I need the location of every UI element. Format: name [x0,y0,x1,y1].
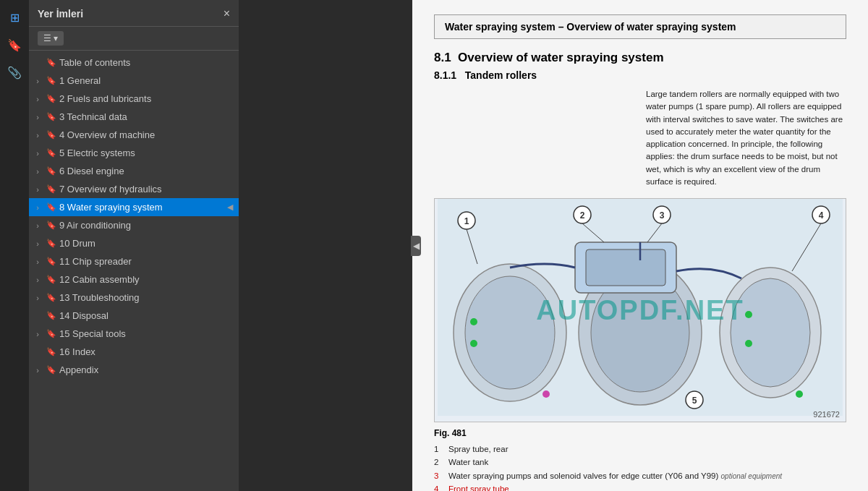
svg-point-10 [731,278,810,387]
sidebar-item-label: 7 Overview of hydraulics [59,184,233,195]
collapse-arrow[interactable]: ◀ [411,236,421,256]
sidebar-item-label: 10 Drum [59,238,233,249]
sidebar-item-16[interactable]: 🔖16 Index [29,343,239,361]
chevron-icon: › [32,276,43,284]
chevron-icon: › [32,239,43,248]
icon-bar: ⊞ 🔖 📎 [0,0,29,491]
sidebar-close-button[interactable]: × [224,7,230,20]
sidebar-item-1[interactable]: ›🔖1 General [29,72,239,90]
sidebar-item-label: 12 Cabin assembly [59,274,233,285]
svg-text:3: 3 [660,210,665,221]
bookmark-icon: 🔖 [45,94,58,103]
bookmark-icon: 🔖 [45,311,58,320]
sidebar-item-4[interactable]: ›🔖4 Overview of machine [29,126,239,144]
sidebar-item-10[interactable]: ›🔖10 Drum [29,234,239,252]
sidebar-item-15[interactable]: ›🔖15 Special tools [29,325,239,343]
sidebar-item-label: 14 Disposal [59,310,233,321]
svg-point-18 [470,340,477,347]
sidebar-item-14[interactable]: 🔖14 Disposal [29,307,239,325]
bookmark-icon: 🔖 [45,130,58,140]
sidebar-item-11[interactable]: ›🔖11 Chip spreader [29,252,239,270]
sidebar-toolbar: ☰ ▾ [29,27,239,51]
bookmark-icon: 🔖 [45,293,58,302]
sidebar-item-3[interactable]: ›🔖3 Technical data [29,108,239,126]
chevron-icon: › [32,294,43,302]
svg-point-14 [465,276,555,389]
bookmark-icon: 🔖 [45,148,58,158]
sidebar-item-13[interactable]: ›🔖13 Troubleshooting [29,289,239,307]
bookmark-icon: 🔖 [45,166,58,176]
sidebar-item-label: 15 Special tools [59,328,233,339]
bookmark-icon: 🔖 [45,365,58,375]
active-arrow-icon: ◀ [227,202,233,212]
sidebar-item-8[interactable]: ›🔖8 Water spraying system◀ [29,198,239,216]
svg-point-22 [796,390,803,398]
main-content: Water spraying system – Overview of wate… [412,0,868,491]
page-header: Water spraying system – Overview of wate… [434,14,846,39]
bookmark-icon: 🔖 [45,221,58,230]
chevron-icon: › [32,149,43,158]
fig-caption: Fig. 481 [434,428,846,438]
fig-id: 921672 [813,410,840,419]
sidebar-item-label: 2 Fuels and lubricants [59,93,233,104]
attachments-icon-btn[interactable]: 📎 [3,61,26,84]
sidebar-list: 🔖Table of contents›🔖1 General›🔖2 Fuels a… [29,51,239,491]
section-title: 8.1 Overview of water spraying system [434,51,846,65]
svg-point-21 [745,340,752,347]
chevron-icon: › [32,330,43,338]
sidebar-item-label: 9 Air conditioning [59,220,233,231]
bookmarks-icon-btn[interactable]: 🔖 [3,33,26,56]
fig-item-number: 3 [434,469,444,482]
sidebar-item-label: 16 Index [59,346,233,357]
bookmark-icon: 🔖 [45,329,58,338]
sidebar-item-label: Appendix [59,364,233,375]
fig-item-number: 2 [434,456,444,469]
fig-list: 1Spray tube, rear2Water tank3Water spray… [434,443,846,491]
svg-text:2: 2 [580,210,585,221]
sidebar-title: Yer İmleri [38,8,83,20]
fig-list-item: 4Front spray tube [434,482,846,491]
sidebar-item-app[interactable]: ›🔖Appendix [29,361,239,379]
chevron-icon: › [32,113,43,121]
bookmark-icon: 🔖 [45,184,58,194]
chevron-icon: › [32,167,43,176]
fig-item-text: Front spray tube [448,482,509,491]
chevron-icon: › [32,221,43,230]
pages-icon-btn[interactable]: ⊞ [3,6,26,29]
bookmark-icon: 🔖 [45,76,58,85]
bookmark-icon: 🔖 [45,257,58,266]
svg-text:1: 1 [464,216,469,226]
chevron-icon: › [32,131,43,140]
sidebar-item-toc[interactable]: 🔖Table of contents [29,54,239,72]
svg-text:5: 5 [692,396,697,406]
sidebar-item-5[interactable]: ›🔖5 Electric systems [29,144,239,162]
description-text: Large tandem rollers are normally equipp… [646,88,846,188]
bookmark-icon: 🔖 [45,202,58,212]
middle-panel: ◀ [239,0,412,491]
svg-point-17 [470,318,477,325]
sidebar-item-7[interactable]: ›🔖7 Overview of hydraulics [29,180,239,198]
sidebar-item-label: 11 Chip spreader [59,256,233,267]
fig-list-item: 2Water tank [434,456,846,469]
sidebar-item-6[interactable]: ›🔖6 Diesel engine [29,162,239,180]
chevron-icon: › [32,185,43,194]
chevron-icon: › [32,257,43,266]
sidebar-item-9[interactable]: ›🔖9 Air conditioning [29,216,239,234]
bookmark-icon: 🔖 [45,112,58,121]
sidebar-item-label: 5 Electric systems [59,148,233,158]
content-row: Large tandem rollers are normally equipp… [434,88,846,188]
svg-point-20 [745,311,752,318]
view-toggle-button[interactable]: ☰ ▾ [38,31,64,46]
diagram-container: AUTOPDF.NET 1 2 3 4 [434,198,846,422]
fig-item-number: 4 [434,482,444,491]
chevron-icon: › [32,203,43,212]
bookmark-icon: 🔖 [45,239,58,248]
sidebar-item-12[interactable]: ›🔖12 Cabin assembly [29,270,239,289]
sidebar: Yer İmleri × ☰ ▾ 🔖Table of contents›🔖1 G… [29,0,239,491]
svg-point-19 [542,390,550,398]
svg-text:4: 4 [819,210,824,221]
sidebar-item-2[interactable]: ›🔖2 Fuels and lubricants [29,90,239,108]
bookmark-icon: 🔖 [45,58,58,67]
fig-item-text: Water tank [448,456,488,469]
sidebar-item-label: 13 Troubleshooting [59,292,233,303]
